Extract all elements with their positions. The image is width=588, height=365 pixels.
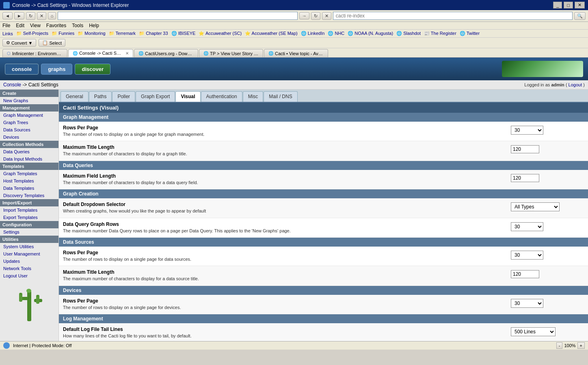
menu-tools[interactable]: Tools	[72, 23, 83, 28]
dq-rows-select[interactable]: 10 20 30 50 100	[511, 222, 543, 231]
tab-authentication[interactable]: Authentication	[201, 91, 242, 102]
convert-btn[interactable]: ⚙ Convert ▼	[2, 39, 36, 47]
log-tail-select[interactable]: 100 Lines 200 Lines 500 Lines 1000 Lines	[511, 327, 556, 336]
search-btn[interactable]: 🔍	[574, 12, 586, 20]
fav-noaa[interactable]: 🌐 NOAA (N. Augusta)	[348, 31, 393, 36]
setting-label-max-title-ds: Maximum Title Length	[63, 269, 503, 275]
menu-help[interactable]: Help	[89, 23, 99, 28]
breadcrumb-console[interactable]: Console	[3, 82, 21, 88]
fav-selfprojects[interactable]: 📁 Self-Projects	[16, 31, 48, 36]
fav-twitter[interactable]: 🌐 Twitter	[460, 31, 480, 36]
logout-link[interactable]: Logout	[569, 82, 582, 87]
rows-per-page-gm-select[interactable]: 10 20 30 50 100	[511, 126, 543, 135]
zoom-out-btn[interactable]: -	[556, 342, 563, 349]
fav-chapter33[interactable]: 📁 Chapter 33	[139, 31, 168, 36]
sidebar-item-data-queries[interactable]: Data Queries	[0, 148, 58, 155]
zoom-in-btn[interactable]: +	[577, 342, 585, 349]
fav-monitoring[interactable]: 📁 Monitoring	[78, 31, 105, 36]
address-bar[interactable]: http://10.153.29.235/settings.php?tab=vi…	[58, 12, 297, 20]
max-title-ds-input[interactable]	[511, 270, 539, 278]
fav-accuweather-sc[interactable]: ⭐ Accuweather (SC)	[199, 31, 242, 36]
browser-tab-3[interactable]: 🌐 TP > View User Story #374...	[199, 49, 263, 57]
default-dropdown-select[interactable]: All Types Graph Template Data Query	[511, 202, 560, 211]
setting-label-max-title-gm: Maximum Title Length	[63, 144, 503, 150]
fav-links[interactable]: Links	[2, 31, 13, 36]
maximize-btn[interactable]: □	[564, 2, 573, 9]
browser-tab-1[interactable]: 🌐 Console -> Cacti Settin... ✕	[68, 49, 133, 57]
stop-page-btn[interactable]: ✕	[322, 12, 331, 20]
sidebar-section-templates: Templates	[0, 163, 58, 170]
setting-desc-dq-rows: The maximum number Data Query rows to pl…	[63, 228, 503, 234]
fav-nhc[interactable]: 🌐 NHC	[328, 31, 344, 36]
tab-poller[interactable]: Poller	[112, 91, 135, 102]
tab-paths[interactable]: Paths	[89, 91, 112, 102]
sidebar-item-user-management[interactable]: User Management	[0, 250, 58, 258]
sidebar-item-graph-trees[interactable]: Graph Trees	[0, 119, 58, 126]
menu-edit[interactable]: Edit	[16, 23, 24, 28]
sidebar-item-graph-management[interactable]: Graph Management	[0, 112, 58, 119]
close-btn[interactable]: ✕	[575, 2, 585, 9]
sidebar: Create New Graphs Management Graph Manag…	[0, 90, 59, 341]
refresh-page-btn[interactable]: ↻	[311, 12, 320, 20]
sidebar-item-import-templates[interactable]: Import Templates	[0, 206, 58, 214]
fav-funnies[interactable]: 📁 Funnies	[52, 31, 74, 36]
sidebar-item-system-utilities[interactable]: System Utilities	[0, 243, 58, 250]
max-field-length-input[interactable]	[511, 174, 539, 182]
sidebar-item-export-templates[interactable]: Export Templates	[0, 214, 58, 221]
nav-graphs-btn[interactable]: graphs	[41, 64, 72, 75]
browser-tab-2[interactable]: 🌐 CactiUsers.org - Downloads	[134, 49, 198, 57]
menu-bar: File Edit View Favorites Tools Help	[0, 22, 588, 30]
sidebar-item-host-templates[interactable]: Host Templates	[0, 177, 58, 185]
max-title-gm-input[interactable]	[511, 145, 539, 153]
refresh-btn[interactable]: ↻	[26, 12, 35, 20]
tab-close-icon[interactable]: ✕	[125, 51, 129, 56]
fav-ibiseye[interactable]: 🌐 IBISEYE	[171, 31, 196, 36]
sidebar-item-data-templates[interactable]: Data Templates	[0, 185, 58, 192]
minimize-btn[interactable]: _	[553, 2, 562, 9]
browser-tab-4[interactable]: 🌐 Cacti • View topic - Availa...	[264, 49, 328, 57]
menu-file[interactable]: File	[2, 23, 10, 28]
menu-view[interactable]: View	[30, 23, 41, 28]
setting-rows-per-page-dev: Rows Per Page The number of rows to disp…	[59, 295, 588, 314]
rows-per-page-ds-select[interactable]: 10 20 30 50 100	[511, 251, 543, 260]
sidebar-item-new-graphs[interactable]: New Graphs	[0, 97, 58, 104]
fav-accuweather-se[interactable]: ⭐ Accuweather (SE Map)	[245, 31, 298, 36]
tab-visual[interactable]: Visual	[175, 91, 200, 102]
page-title: Cacti Settings (Visual)	[59, 103, 588, 113]
search-bar[interactable]	[333, 12, 573, 20]
nav-discover-btn[interactable]: discover	[75, 64, 110, 75]
cactus-image	[13, 283, 45, 323]
tab-misc[interactable]: Misc	[243, 91, 264, 102]
sidebar-item-network-tools[interactable]: Network Tools	[0, 265, 58, 272]
fav-slashdot[interactable]: 🌐 Slashdot	[396, 31, 421, 36]
tab-general[interactable]: General	[61, 91, 89, 102]
menu-favorites[interactable]: Favorites	[46, 23, 66, 28]
sidebar-item-devices[interactable]: Devices	[0, 133, 58, 141]
tab-mail-dns[interactable]: Mail / DNS	[264, 91, 297, 102]
tab-graph-export[interactable]: Graph Export	[136, 91, 175, 102]
sidebar-item-data-input-methods[interactable]: Data Input Methods	[0, 155, 58, 163]
fav-terremark[interactable]: 📁 Terremark	[109, 31, 136, 36]
sidebar-item-data-sources[interactable]: Data Sources	[0, 126, 58, 133]
sidebar-item-graph-templates[interactable]: Graph Templates	[0, 170, 58, 177]
fav-theregister[interactable]: 📰 The Register	[424, 31, 456, 36]
sidebar-item-updates[interactable]: Updates	[0, 258, 58, 265]
setting-desc-rows-dev: The number of rows to display on a singl…	[63, 305, 503, 311]
home-btn[interactable]: ⌂	[48, 12, 56, 19]
section-graph-management: Graph Management	[59, 113, 588, 122]
browser-tab-0[interactable]: ⬡ Infinicenter : Environments	[2, 49, 67, 57]
sidebar-item-discovery-templates[interactable]: Discovery Templates	[0, 192, 58, 199]
section-data-sources: Data Sources	[59, 238, 588, 247]
go-btn[interactable]: →	[299, 12, 309, 19]
fav-linkedin[interactable]: 🌐 LinkedIn	[301, 31, 325, 36]
window-title: Console -> Cacti Settings - Windows Inte…	[12, 2, 129, 8]
stop-btn[interactable]: ✕	[37, 12, 46, 20]
forward-btn[interactable]: ►	[14, 12, 24, 19]
nav-console-btn[interactable]: console	[5, 64, 39, 75]
rows-per-page-dev-select[interactable]: 10 20 30 50 100	[511, 299, 543, 308]
sidebar-item-logout-user[interactable]: Logout User	[0, 272, 58, 279]
select-btn[interactable]: 📋 Select	[39, 39, 65, 47]
sidebar-item-settings[interactable]: Settings	[0, 228, 58, 236]
back-btn[interactable]: ◄	[2, 12, 13, 19]
setting-label-default-dropdown: Default Dropdown Selector	[63, 202, 503, 207]
